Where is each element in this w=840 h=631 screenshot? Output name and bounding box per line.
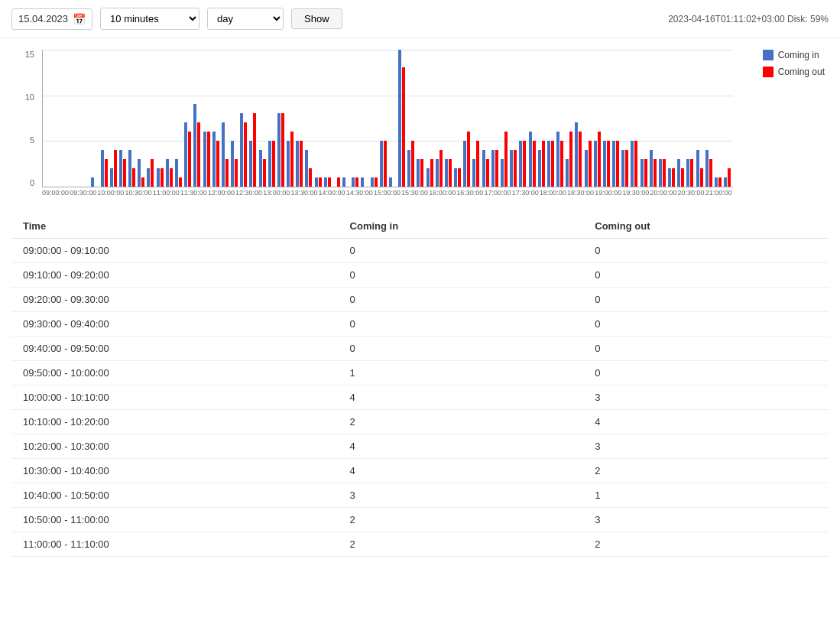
bar-coming-out	[560, 141, 563, 187]
cell-coming-out: 0	[583, 361, 829, 385]
x-axis-label: 10:30:00 - 10:40:00	[125, 189, 152, 197]
x-axis-label: 11:00:00 - 11:10:00	[153, 189, 180, 197]
bar-group	[648, 150, 657, 187]
cell-coming-out: 0	[583, 263, 829, 288]
bar-coming-out	[476, 141, 479, 187]
bar-coming-out	[569, 132, 572, 187]
bar-coming-in	[426, 168, 430, 187]
x-axis-label: 13:30:00 - 13:40:00	[290, 189, 318, 197]
bar-coming-out	[551, 141, 554, 187]
x-axis-label: 12:00:00 - 12:10:00	[208, 189, 235, 197]
date-input[interactable]: 15.04.2023 📅	[11, 8, 92, 30]
bar-coming-in	[538, 150, 541, 187]
bar-coming-out	[681, 168, 684, 187]
calendar-icon[interactable]: 📅	[73, 13, 86, 25]
bar-group	[164, 159, 174, 187]
bar-coming-in	[677, 159, 680, 187]
bar-group	[630, 141, 639, 187]
y-axis: 15 10 5 0	[8, 50, 34, 187]
bar-coming-out	[375, 177, 378, 187]
table-header-row: Time Coming in Coming out	[11, 214, 829, 239]
table-row: 10:20:00 - 10:30:0043	[11, 434, 829, 459]
cell-time: 09:30:00 - 09:40:00	[11, 312, 339, 337]
cell-coming-in: 2	[339, 508, 584, 532]
x-axis-label: 13:00:00 - 13:10:00	[263, 189, 290, 197]
status-text: 2023-04-16T01:11:02+03:00 Disk: 59%	[668, 14, 829, 24]
bar-group	[574, 122, 583, 187]
legend-coming-in: Coming in	[763, 50, 825, 60]
bar-coming-in	[342, 177, 345, 187]
bar-coming-out	[579, 132, 582, 187]
x-axis-label: 17:00:00 - 17:10:00	[485, 189, 512, 197]
bar-coming-out	[589, 141, 592, 187]
bar-coming-in	[147, 168, 150, 187]
bar-coming-out	[458, 168, 461, 187]
x-axis-label: 17:30:00 - 17:40:00	[512, 189, 540, 197]
bar-coming-out	[263, 159, 266, 187]
bar-coming-in	[417, 159, 420, 187]
x-axis-label: 20:00:00 - 20:10:00	[650, 189, 677, 197]
bar-coming-out	[728, 168, 731, 187]
bar-coming-in	[705, 150, 709, 187]
bar-coming-out	[197, 122, 200, 187]
bar-coming-out	[607, 141, 610, 187]
table-row: 10:50:00 - 11:00:0023	[11, 508, 829, 532]
bar-coming-out	[616, 141, 619, 187]
bar-coming-in	[119, 150, 122, 187]
table-row: 09:50:00 - 10:00:0010	[11, 361, 829, 385]
bar-group	[695, 150, 704, 187]
bar-coming-out	[319, 177, 322, 187]
bar-group	[462, 132, 472, 187]
cell-coming-in: 2	[339, 532, 584, 557]
bar-coming-in	[193, 104, 196, 187]
bar-group	[258, 150, 267, 187]
bar-group	[360, 177, 369, 187]
bar-coming-out	[355, 177, 358, 187]
bar-group	[295, 141, 304, 187]
bar-coming-in	[650, 150, 653, 187]
bar-group	[639, 159, 648, 187]
bar-coming-out	[644, 159, 647, 187]
bar-coming-out	[542, 141, 545, 187]
interval-select[interactable]: 10 minutes 30 minutes 1 hour	[100, 8, 199, 30]
bar-coming-out	[170, 168, 173, 187]
bar-coming-in	[249, 141, 252, 187]
cell-coming-in: 0	[339, 263, 584, 288]
bar-group	[304, 150, 313, 187]
bar-group	[397, 50, 407, 187]
period-select[interactable]: day week month	[207, 8, 284, 30]
bar-coming-in	[277, 113, 281, 187]
bar-coming-in	[315, 177, 318, 187]
cell-coming-out: 0	[583, 312, 829, 337]
bar-coming-in	[371, 177, 374, 187]
x-axis-label: 14:30:00 - 14:40:00	[346, 189, 374, 197]
cell-coming-in: 4	[339, 385, 584, 410]
bar-coming-out	[663, 159, 666, 187]
bar-coming-out	[253, 113, 256, 187]
x-axis-label: 18:00:00 - 18:10:00	[540, 189, 567, 197]
bar-coming-out	[709, 159, 712, 187]
show-button[interactable]: Show	[291, 8, 342, 29]
bar-group	[313, 177, 323, 187]
bar-coming-in	[352, 177, 355, 187]
bar-group	[378, 141, 388, 187]
bar-coming-in	[603, 141, 606, 187]
bar-coming-in	[686, 159, 689, 187]
bar-group	[546, 141, 555, 187]
cell-time: 09:40:00 - 09:50:00	[11, 337, 339, 361]
bar-coming-out	[151, 159, 154, 187]
cell-time: 09:10:00 - 09:20:00	[11, 263, 339, 288]
bar-group	[229, 141, 238, 187]
col-time-header: Time	[11, 214, 339, 239]
bar-coming-out	[123, 159, 126, 187]
bar-coming-in	[128, 150, 131, 187]
table-row: 11:00:00 - 11:10:0022	[11, 532, 829, 557]
table-row: 09:10:00 - 09:20:0000	[11, 263, 829, 288]
bar-group	[509, 150, 518, 187]
y-label-5: 5	[8, 135, 34, 145]
cell-coming-out: 3	[583, 434, 829, 459]
bar-group	[351, 177, 360, 187]
bar-group	[723, 168, 732, 187]
x-axis-label: 16:30:00 - 16:40:00	[456, 189, 484, 197]
cell-coming-in: 4	[339, 434, 584, 459]
